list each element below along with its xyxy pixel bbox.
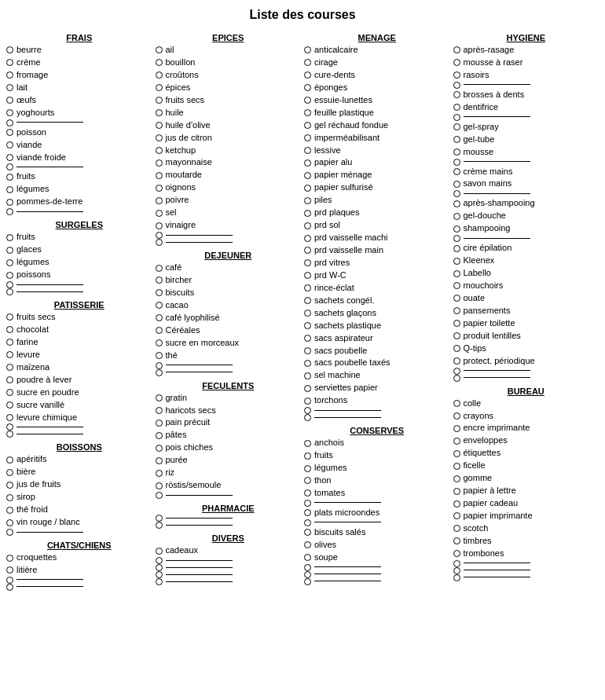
checkbox-circle[interactable] [453,46,460,53]
checkbox-circle[interactable] [156,239,163,246]
checkbox-circle[interactable] [6,97,13,104]
checkbox-circle[interactable] [6,529,13,536]
checkbox-circle[interactable] [6,174,13,181]
checkbox-circle[interactable] [304,414,311,421]
checkbox-circle[interactable] [453,345,460,352]
checkbox-circle[interactable] [453,332,460,339]
checkbox-circle[interactable] [304,147,311,154]
checkbox-circle[interactable] [453,104,460,111]
checkbox-circle[interactable] [6,272,13,279]
checkbox-circle[interactable] [6,364,13,371]
checkbox-circle[interactable] [304,172,311,179]
checkbox-circle[interactable] [6,584,13,591]
checkbox-circle[interactable] [6,247,13,254]
checkbox-circle[interactable] [6,46,13,53]
checkbox-circle[interactable] [453,560,460,567]
checkbox-circle[interactable] [156,210,163,217]
checkbox-circle[interactable] [156,352,163,359]
checkbox-circle[interactable] [453,412,460,420]
checkbox-circle[interactable] [453,270,460,277]
checkbox-circle[interactable] [156,362,163,369]
checkbox-circle[interactable] [304,564,311,571]
checkbox-circle[interactable] [304,59,311,66]
checkbox-circle[interactable] [156,394,163,401]
checkbox-circle[interactable] [304,197,311,204]
checkbox-circle[interactable] [6,351,13,358]
checkbox-circle[interactable] [6,507,13,514]
checkbox-circle[interactable] [453,567,460,574]
checkbox-circle[interactable] [6,376,13,383]
checkbox-circle[interactable] [453,168,460,175]
checkbox-circle[interactable] [156,46,163,53]
checkbox-circle[interactable] [6,199,13,206]
checkbox-circle[interactable] [453,91,460,98]
checkbox-circle[interactable] [304,571,311,578]
checkbox-circle[interactable] [304,122,311,129]
checkbox-circle[interactable] [156,277,163,284]
checkbox-circle[interactable] [453,213,460,220]
checkbox-circle[interactable] [304,322,311,329]
checkbox-circle[interactable] [156,265,163,272]
checkbox-circle[interactable] [304,360,311,367]
checkbox-circle[interactable] [156,314,163,321]
checkbox-circle[interactable] [304,554,311,561]
checkbox-circle[interactable] [304,297,311,304]
checkbox-circle[interactable] [304,489,311,497]
checkbox-circle[interactable] [6,339,13,346]
checkbox-circle[interactable] [6,494,13,501]
checkbox-circle[interactable] [453,438,460,445]
checkbox-circle[interactable] [156,134,163,141]
checkbox-circle[interactable] [156,327,163,334]
checkbox-circle[interactable] [6,129,13,136]
checkbox-circle[interactable] [6,141,13,148]
checkbox-circle[interactable] [6,109,13,116]
checkbox-circle[interactable] [156,548,163,555]
checkbox-circle[interactable] [156,515,163,522]
checkbox-circle[interactable] [453,200,460,207]
checkbox-circle[interactable] [6,313,13,321]
checkbox-circle[interactable] [304,235,311,242]
checkbox-circle[interactable] [6,423,13,431]
checkbox-circle[interactable] [453,114,460,121]
checkbox-circle[interactable] [6,208,13,215]
checkbox-circle[interactable] [156,109,163,116]
checkbox-circle[interactable] [156,302,163,309]
checkbox-circle[interactable] [6,163,13,170]
checkbox-circle[interactable] [453,550,460,557]
checkbox-circle[interactable] [453,123,460,130]
checkbox-circle[interactable] [453,425,460,432]
checkbox-circle[interactable] [453,181,460,188]
checkbox-circle[interactable] [6,259,13,266]
checkbox-circle[interactable] [304,465,311,472]
checkbox-circle[interactable] [6,326,13,333]
checkbox-circle[interactable] [156,222,163,229]
checkbox-circle[interactable] [304,407,311,414]
checkbox-circle[interactable] [156,122,163,129]
checkbox-circle[interactable] [453,357,460,365]
checkbox-circle[interactable] [453,159,460,166]
checkbox-circle[interactable] [156,147,163,154]
checkbox-circle[interactable] [304,46,311,53]
checkbox-circle[interactable] [156,445,163,452]
checkbox-circle[interactable] [156,557,163,564]
checkbox-circle[interactable] [453,537,460,544]
checkbox-circle[interactable] [453,320,460,327]
checkbox-circle[interactable] [156,482,163,489]
checkbox-circle[interactable] [453,71,460,79]
checkbox-circle[interactable] [156,369,163,376]
checkbox-circle[interactable] [156,470,163,477]
checkbox-circle[interactable] [453,475,460,482]
checkbox-circle[interactable] [6,519,13,526]
checkbox-circle[interactable] [304,347,311,354]
checkbox-circle[interactable] [156,457,163,464]
checkbox-circle[interactable] [156,59,163,66]
checkbox-circle[interactable] [453,245,460,252]
checkbox-circle[interactable] [156,578,163,585]
checkbox-circle[interactable] [156,564,163,571]
checkbox-circle[interactable] [6,456,13,464]
checkbox-circle[interactable] [304,509,311,516]
checkbox-circle[interactable] [304,97,311,104]
checkbox-circle[interactable] [304,453,311,460]
checkbox-circle[interactable] [304,185,311,192]
checkbox-circle[interactable] [156,420,163,427]
